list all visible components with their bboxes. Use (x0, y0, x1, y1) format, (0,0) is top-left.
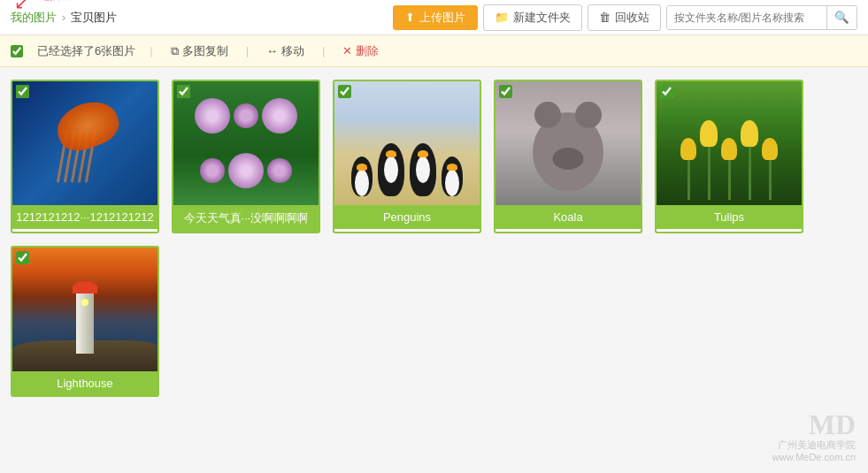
search-icon: 🔍 (834, 11, 849, 24)
penguin (442, 156, 463, 196)
search-button[interactable]: 🔍 (826, 6, 856, 29)
action-bar: 已经选择了6张图片 | ⧉ 多图复制 | ↔ 移动 | ✕ 删除 (0, 35, 868, 67)
checkbox-overlay-lighthouse (16, 251, 29, 267)
watermark-line2: www.MeDe.com.cn (772, 452, 856, 462)
koala-ear-right (575, 102, 602, 128)
new-folder-button[interactable]: 📁 新建文件夹 (483, 4, 582, 31)
upload-button[interactable]: ⬆ 上传图片 (393, 5, 478, 30)
tulip (680, 138, 696, 200)
image-area-penguins (334, 81, 480, 205)
tulip-head (680, 138, 696, 160)
image-checkbox-flowers[interactable] (177, 85, 190, 98)
jellyfish-tentacles (61, 130, 92, 183)
checkbox-overlay-koala (499, 85, 512, 101)
divider-3: | (322, 44, 325, 57)
flower-petal (234, 103, 258, 128)
checkbox-overlay-flowers (177, 85, 190, 101)
tulip-head (700, 120, 718, 147)
select-all-annotation: 全选按钮 (28, 0, 71, 4)
image-checkbox-jellyfish[interactable] (16, 85, 29, 98)
image-area-flowers (173, 81, 319, 205)
upload-label: 上传图片 (419, 10, 465, 26)
image-label-koala: Koala (495, 205, 641, 229)
divider-2: | (246, 44, 249, 57)
jellyfish-image (12, 81, 157, 205)
watermark-line1: 广州美迪电商学院 (772, 439, 856, 452)
checkbox-overlay-penguins (338, 85, 351, 101)
recycle-button[interactable]: 🗑 回收站 (588, 4, 661, 31)
image-card-lighthouse[interactable]: Lighthouse (11, 246, 159, 397)
koala-image (495, 81, 641, 205)
delete-label: 删除 (356, 43, 379, 59)
flower-petal (267, 158, 292, 183)
move-label: 移动 (281, 43, 304, 59)
image-label-penguins: Penguins (334, 205, 480, 229)
select-all-arrow: ↙ (14, 0, 29, 11)
divider-1: | (150, 44, 152, 57)
image-label-jellyfish: 1212121212···1212121212 (12, 205, 157, 229)
upload-icon: ⬆ (405, 11, 415, 24)
image-area-tulips (657, 81, 802, 205)
image-checkbox-lighthouse[interactable] (16, 251, 29, 264)
move-icon: ↔ (266, 44, 278, 57)
delete-button[interactable]: ✕ 删除 (339, 42, 382, 61)
move-button[interactable]: ↔ 移动 (263, 42, 308, 61)
tulip (762, 138, 778, 200)
tulip-stem (769, 160, 772, 200)
tulip (700, 120, 718, 200)
top-actions: ⬆ 上传图片 📁 新建文件夹 🗑 回收站 🔍 (393, 4, 857, 31)
penguin (351, 156, 373, 196)
penguin (410, 143, 436, 196)
flowers-image (173, 81, 319, 205)
selected-info: 已经选择了6张图片 (37, 43, 135, 59)
tulip-stem (728, 160, 731, 200)
recycle-icon: 🗑 (599, 11, 611, 24)
tulip-head (762, 138, 778, 160)
top-bar: 全选按钮 ↙ 我的图片 › 宝贝图片 ⬆ 上传图片 📁 新建文件夹 🗑 回收站 … (0, 0, 868, 35)
image-card-koala[interactable]: Koala (494, 80, 642, 233)
copy-icon: ⧉ (171, 44, 179, 58)
new-folder-label: 新建文件夹 (513, 10, 571, 26)
koala-face (533, 112, 603, 192)
breadcrumb: 全选按钮 ↙ 我的图片 › 宝贝图片 (11, 10, 117, 26)
image-area-koala (495, 81, 641, 205)
image-label-flowers: 今天天气真···没啊啊啊啊 (173, 205, 319, 232)
tulip-stem (708, 147, 711, 200)
recycle-label: 回收站 (615, 10, 649, 26)
checkbox-overlay-tulips (660, 85, 673, 101)
image-label-tulips: Tulips (657, 205, 802, 229)
flower-petal (228, 153, 264, 188)
penguins-image (334, 81, 480, 205)
tulip-head (721, 138, 737, 160)
image-checkbox-koala[interactable] (499, 85, 512, 98)
image-label-lighthouse: Lighthouse (12, 371, 157, 395)
delete-icon: ✕ (342, 44, 352, 57)
tulip (721, 138, 737, 200)
breadcrumb-current: 宝贝图片 (71, 10, 117, 26)
flower-petal (195, 98, 230, 134)
select-all-checkbox[interactable] (11, 45, 23, 57)
flower-petal (262, 98, 297, 134)
watermark-logo: MD (772, 410, 856, 439)
tulip-stem (687, 160, 690, 200)
image-area-lighthouse (12, 248, 157, 371)
breadcrumb-separator: › (62, 11, 65, 24)
image-card-flowers[interactable]: 今天天气真···没啊啊啊啊 (172, 80, 320, 233)
image-card-penguins[interactable]: Penguins (333, 80, 481, 233)
tulip-head (741, 120, 758, 147)
tulip (741, 120, 758, 200)
penguin (378, 143, 404, 196)
search-input[interactable] (667, 6, 826, 29)
search-box: 🔍 (666, 5, 857, 30)
folder-icon: 📁 (495, 11, 509, 24)
copy-label: 多图复制 (182, 43, 228, 59)
lighthouse-tower (76, 292, 94, 354)
image-card-jellyfish[interactable]: 1212121212···1212121212 (11, 80, 159, 233)
select-all-wrap (11, 45, 23, 57)
tulip-stem (749, 147, 751, 200)
image-card-tulips[interactable]: Tulips (655, 80, 803, 233)
watermark: MD 广州美迪电商学院 www.MeDe.com.cn (772, 410, 856, 462)
image-checkbox-penguins[interactable] (338, 85, 351, 98)
image-checkbox-tulips[interactable] (660, 85, 673, 98)
copy-button[interactable]: ⧉ 多图复制 (167, 42, 232, 61)
